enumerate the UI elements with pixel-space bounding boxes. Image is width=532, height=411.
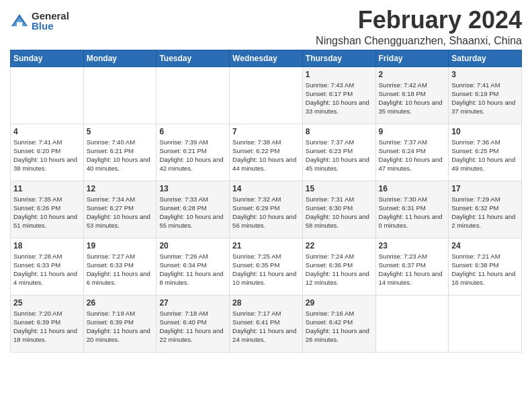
day-info: Sunrise: 7:32 AM Sunset: 6:29 PM Dayligh…: [232, 195, 300, 230]
weekday-header-thursday: Thursday: [302, 50, 375, 66]
day-number: 8: [306, 127, 373, 136]
day-info: Sunrise: 7:40 AM Sunset: 6:21 PM Dayligh…: [87, 138, 154, 173]
day-number: 15: [306, 184, 373, 193]
calendar-cell: 24Sunrise: 7:21 AM Sunset: 6:38 PM Dayli…: [449, 238, 522, 295]
calendar-cell: [157, 66, 230, 124]
calendar-cell: [11, 66, 84, 124]
day-number: 4: [13, 127, 81, 136]
calendar-cell: 19Sunrise: 7:27 AM Sunset: 6:33 PM Dayli…: [83, 238, 157, 295]
day-info: Sunrise: 7:30 AM Sunset: 6:31 PM Dayligh…: [379, 195, 446, 230]
location-title: Ningshan Chengguanzhen, Shaanxi, China: [316, 35, 522, 47]
calendar-cell: 7Sunrise: 7:38 AM Sunset: 6:22 PM Daylig…: [230, 124, 303, 181]
calendar-cell: 21Sunrise: 7:25 AM Sunset: 6:35 PM Dayli…: [230, 238, 303, 295]
day-info: Sunrise: 7:41 AM Sunset: 6:20 PM Dayligh…: [13, 138, 81, 173]
calendar-cell: 10Sunrise: 7:36 AM Sunset: 6:25 PM Dayli…: [449, 124, 522, 181]
day-number: 12: [87, 184, 154, 193]
day-number: 23: [379, 241, 446, 250]
month-title: February 2024: [316, 7, 522, 34]
day-number: 25: [13, 298, 81, 308]
logo: General Blue: [10, 11, 69, 31]
day-number: 9: [379, 127, 446, 136]
calendar-cell: 17Sunrise: 7:29 AM Sunset: 6:32 PM Dayli…: [449, 181, 522, 238]
calendar-cell: 22Sunrise: 7:24 AM Sunset: 6:36 PM Dayli…: [302, 238, 375, 295]
calendar-cell: 16Sunrise: 7:30 AM Sunset: 6:31 PM Dayli…: [375, 181, 449, 238]
calendar-week-1: 1Sunrise: 7:43 AM Sunset: 6:17 PM Daylig…: [11, 66, 522, 124]
day-info: Sunrise: 7:16 AM Sunset: 6:42 PM Dayligh…: [306, 309, 373, 345]
day-info: Sunrise: 7:37 AM Sunset: 6:23 PM Dayligh…: [306, 138, 373, 173]
calendar-cell: [83, 66, 157, 124]
weekday-header-tuesday: Tuesday: [157, 50, 230, 66]
day-info: Sunrise: 7:17 AM Sunset: 6:41 PM Dayligh…: [232, 309, 300, 345]
calendar-cell: 5Sunrise: 7:40 AM Sunset: 6:21 PM Daylig…: [83, 124, 157, 181]
day-info: Sunrise: 7:28 AM Sunset: 6:33 PM Dayligh…: [13, 252, 81, 287]
day-number: 21: [232, 241, 300, 250]
calendar-cell: 13Sunrise: 7:33 AM Sunset: 6:28 PM Dayli…: [157, 181, 230, 238]
calendar-cell: 2Sunrise: 7:42 AM Sunset: 6:18 PM Daylig…: [375, 66, 449, 124]
day-number: 19: [87, 241, 154, 250]
day-number: 3: [451, 70, 519, 79]
day-number: 29: [306, 298, 373, 308]
day-info: Sunrise: 7:33 AM Sunset: 6:28 PM Dayligh…: [159, 195, 226, 230]
day-info: Sunrise: 7:21 AM Sunset: 6:38 PM Dayligh…: [451, 252, 519, 287]
calendar-cell: 26Sunrise: 7:19 AM Sunset: 6:39 PM Dayli…: [83, 295, 157, 352]
day-info: Sunrise: 7:38 AM Sunset: 6:22 PM Dayligh…: [232, 138, 300, 173]
day-number: 2: [379, 70, 446, 79]
day-number: 16: [379, 184, 446, 193]
day-number: 14: [232, 184, 300, 193]
calendar-cell: 12Sunrise: 7:34 AM Sunset: 6:27 PM Dayli…: [83, 181, 157, 238]
calendar-week-4: 18Sunrise: 7:28 AM Sunset: 6:33 PM Dayli…: [11, 238, 522, 295]
day-number: 7: [232, 127, 300, 136]
day-number: 1: [306, 70, 373, 79]
day-number: 13: [159, 184, 226, 193]
day-number: 22: [306, 241, 373, 250]
day-info: Sunrise: 7:27 AM Sunset: 6:33 PM Dayligh…: [87, 252, 154, 287]
day-info: Sunrise: 7:42 AM Sunset: 6:18 PM Dayligh…: [379, 81, 446, 116]
calendar-cell: [449, 295, 522, 352]
day-number: 26: [87, 298, 154, 308]
calendar-cell: [375, 295, 449, 352]
logo-text: General Blue: [32, 11, 69, 31]
calendar-cell: 3Sunrise: 7:41 AM Sunset: 6:19 PM Daylig…: [449, 66, 522, 124]
header: General Blue February 2024 Ningshan Chen…: [10, 7, 522, 47]
day-number: 5: [87, 127, 154, 136]
calendar-cell: 18Sunrise: 7:28 AM Sunset: 6:33 PM Dayli…: [11, 238, 84, 295]
day-number: 10: [451, 127, 519, 136]
day-info: Sunrise: 7:23 AM Sunset: 6:37 PM Dayligh…: [379, 252, 446, 287]
day-info: Sunrise: 7:39 AM Sunset: 6:21 PM Dayligh…: [159, 138, 226, 173]
weekday-header-monday: Monday: [83, 50, 157, 66]
calendar-cell: 1Sunrise: 7:43 AM Sunset: 6:17 PM Daylig…: [302, 66, 375, 124]
calendar-week-2: 4Sunrise: 7:41 AM Sunset: 6:20 PM Daylig…: [11, 124, 522, 181]
day-info: Sunrise: 7:24 AM Sunset: 6:36 PM Dayligh…: [306, 252, 373, 287]
weekday-header-wednesday: Wednesday: [230, 50, 303, 66]
calendar-body: 1Sunrise: 7:43 AM Sunset: 6:17 PM Daylig…: [11, 66, 522, 352]
day-info: Sunrise: 7:37 AM Sunset: 6:24 PM Dayligh…: [379, 138, 446, 173]
logo-blue: Blue: [32, 21, 69, 31]
calendar-header: SundayMondayTuesdayWednesdayThursdayFrid…: [11, 50, 522, 66]
calendar-cell: [230, 66, 303, 124]
calendar-cell: 4Sunrise: 7:41 AM Sunset: 6:20 PM Daylig…: [11, 124, 84, 181]
calendar-cell: 25Sunrise: 7:20 AM Sunset: 6:39 PM Dayli…: [11, 295, 84, 352]
svg-rect-3: [17, 22, 22, 26]
logo-general: General: [32, 11, 69, 21]
calendar-cell: 14Sunrise: 7:32 AM Sunset: 6:29 PM Dayli…: [230, 181, 303, 238]
calendar-cell: 23Sunrise: 7:23 AM Sunset: 6:37 PM Dayli…: [375, 238, 449, 295]
calendar-cell: 9Sunrise: 7:37 AM Sunset: 6:24 PM Daylig…: [375, 124, 449, 181]
day-info: Sunrise: 7:43 AM Sunset: 6:17 PM Dayligh…: [306, 81, 373, 116]
calendar-cell: 29Sunrise: 7:16 AM Sunset: 6:42 PM Dayli…: [302, 295, 375, 352]
day-number: 6: [159, 127, 226, 136]
weekday-header-sunday: Sunday: [11, 50, 84, 66]
day-number: 17: [451, 184, 519, 193]
day-number: 27: [159, 298, 226, 308]
calendar-cell: 20Sunrise: 7:26 AM Sunset: 6:34 PM Dayli…: [157, 238, 230, 295]
day-info: Sunrise: 7:29 AM Sunset: 6:32 PM Dayligh…: [451, 195, 519, 230]
weekday-header-saturday: Saturday: [449, 50, 522, 66]
day-info: Sunrise: 7:35 AM Sunset: 6:26 PM Dayligh…: [13, 195, 81, 230]
weekday-row: SundayMondayTuesdayWednesdayThursdayFrid…: [11, 50, 522, 66]
day-number: 18: [13, 241, 81, 250]
calendar-cell: 6Sunrise: 7:39 AM Sunset: 6:21 PM Daylig…: [157, 124, 230, 181]
calendar-cell: 15Sunrise: 7:31 AM Sunset: 6:30 PM Dayli…: [302, 181, 375, 238]
day-info: Sunrise: 7:20 AM Sunset: 6:39 PM Dayligh…: [13, 309, 81, 345]
day-info: Sunrise: 7:25 AM Sunset: 6:35 PM Dayligh…: [232, 252, 300, 287]
calendar-cell: 27Sunrise: 7:18 AM Sunset: 6:40 PM Dayli…: [157, 295, 230, 352]
day-number: 20: [159, 241, 226, 250]
